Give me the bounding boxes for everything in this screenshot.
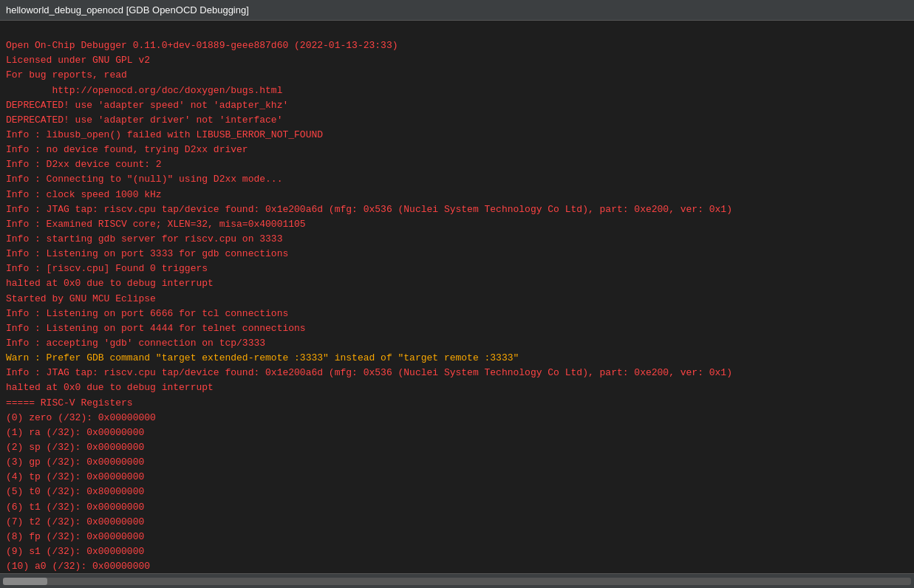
console-line: ===== RISC-V Registers <box>6 396 908 411</box>
console-line: (10) a0 (/32): 0x00000000 <box>6 559 908 573</box>
console-line: Info : Listening on port 3333 for gdb co… <box>6 247 908 261</box>
horizontal-scrollbar[interactable] <box>3 578 911 585</box>
console-line: halted at 0x0 due to debug interrupt <box>6 276 908 291</box>
console-line: (0) zero (/32): 0x00000000 <box>6 411 908 425</box>
console-line: Info : Examined RISCV core; XLEN=32, mis… <box>6 217 908 232</box>
title-bar: helloworld_debug_openocd [GDB OpenOCD De… <box>0 0 914 21</box>
console-line: Open On-Chip Debugger 0.11.0+dev-01889-g… <box>6 38 908 53</box>
console-line: Info : Connecting to "(null)" using D2xx… <box>6 172 908 187</box>
console-line: Licensed under GNU GPL v2 <box>6 53 908 68</box>
console-line: http://openocd.org/doc/doxygen/bugs.html <box>6 83 908 98</box>
console-line: Info : JTAG tap: riscv.cpu tap/device fo… <box>6 366 908 380</box>
console-line: Warn : Prefer GDB command "target extend… <box>6 351 908 366</box>
console-line: Info : Listening on port 4444 for telnet… <box>6 321 908 336</box>
horizontal-scrollbar-thumb[interactable] <box>3 578 47 585</box>
console-line: Info : clock speed 1000 kHz <box>6 188 908 202</box>
console-line: Info : accepting 'gdb' connection on tcp… <box>6 336 908 351</box>
console-line: Info : starting gdb server for riscv.cpu… <box>6 232 908 247</box>
console-line: Info : no device found, trying D2xx driv… <box>6 143 908 157</box>
console-line: For bug reports, read <box>6 68 908 83</box>
title-bar-label: helloworld_debug_openocd [GDB OpenOCD De… <box>6 4 249 16</box>
console-line: Started by GNU MCU Eclipse <box>6 292 908 307</box>
console-line: (4) tp (/32): 0x00000000 <box>6 470 908 485</box>
console-line: (3) gp (/32): 0x00000000 <box>6 455 908 470</box>
console-line: DEPRECATED! use 'adapter speed' not 'ada… <box>6 98 908 113</box>
console-line: (1) ra (/32): 0x00000000 <box>6 425 908 440</box>
console-line: DEPRECATED! use 'adapter driver' not 'in… <box>6 113 908 128</box>
console-line: Info : JTAG tap: riscv.cpu tap/device fo… <box>6 202 908 217</box>
console-line: (7) t2 (/32): 0x00000000 <box>6 515 908 530</box>
console-line: Info : Listening on port 6666 for tcl co… <box>6 307 908 321</box>
horizontal-scrollbar-area[interactable] <box>0 573 914 588</box>
console-output[interactable]: Open On-Chip Debugger 0.11.0+dev-01889-g… <box>0 21 914 573</box>
console-line: (9) s1 (/32): 0x00000000 <box>6 544 908 559</box>
console-line: (2) sp (/32): 0x00000000 <box>6 440 908 455</box>
console-line: (8) fp (/32): 0x00000000 <box>6 530 908 544</box>
console-line: (5) t0 (/32): 0x80000000 <box>6 485 908 499</box>
console-line: halted at 0x0 due to debug interrupt <box>6 380 908 395</box>
console-line: Info : [riscv.cpu] Found 0 triggers <box>6 261 908 276</box>
console-line: (6) t1 (/32): 0x00000000 <box>6 500 908 515</box>
console-line: Info : libusb_open() failed with LIBUSB_… <box>6 128 908 143</box>
console-line: Info : D2xx device count: 2 <box>6 157 908 172</box>
